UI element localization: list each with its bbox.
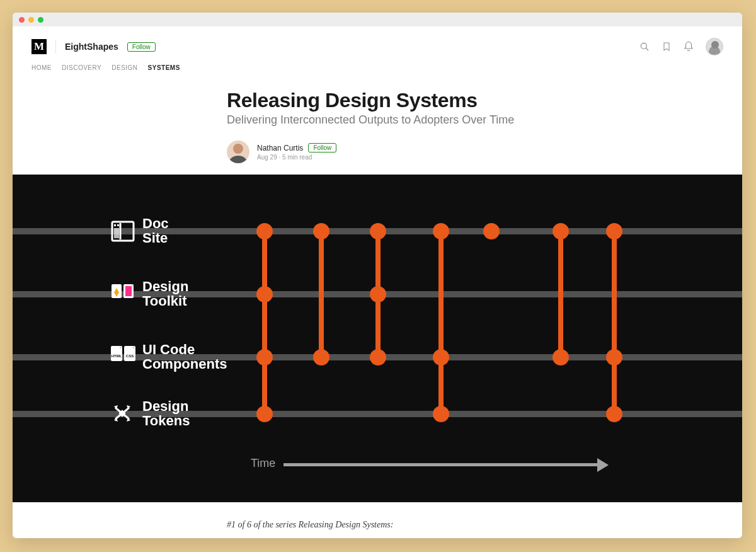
svg-rect-4 [114,224,116,226]
lane-icon: HTMLCSS [110,345,137,364]
lane-label: UI CodeComponents [142,342,227,371]
byline: Nathan Curtis Follow Aug 29 · 5 min read [227,141,643,163]
header-actions [639,38,723,55]
release-dot [553,349,569,365]
site-header: M EightShapes Follow [13,26,742,55]
time-axis-arrow [284,463,598,466]
nav-tab-design[interactable]: DESIGN [112,64,137,71]
publication-name[interactable]: EightShapes [65,42,118,52]
nav-tab-discovery[interactable]: DISCOVERY [62,64,101,71]
lane-icon [110,401,134,425]
svg-text:HTML: HTML [112,354,122,358]
follow-publication-button[interactable]: Follow [127,42,156,52]
lane-label: DocSite [142,216,169,245]
page-content: M EightShapes Follow HOMEDISCOVERYDESIGN… [13,26,742,538]
release-dot [606,349,622,365]
lane-icon [110,219,135,244]
release-dot [256,406,273,422]
nav-tab-home[interactable]: HOME [32,64,52,71]
article-subtitle: Delivering Interconnected Outputs to Ado… [227,113,643,127]
svg-point-0 [641,43,646,49]
svg-rect-10 [125,286,132,296]
release-dot [313,349,329,365]
release-dot [370,223,386,239]
release-dot [256,349,273,365]
release-connector [558,231,563,357]
lane-icon [110,282,135,304]
release-dot [256,223,273,239]
release-dot [433,406,449,422]
hero-diagram: DocSiteDesignToolkitHTMLCSSUI CodeCompon… [13,175,742,502]
window-maximize-button[interactable] [38,17,43,23]
release-dot [483,223,500,239]
search-icon[interactable] [639,41,650,52]
browser-window: M EightShapes Follow HOMEDISCOVERYDESIGN… [13,13,742,538]
release-dot [606,406,622,422]
svg-text:CSS: CSS [126,354,134,358]
release-connector [262,231,267,414]
lane-label: DesignTokens [142,399,190,428]
series-note: #1 of 6 of the series Releasing Design S… [227,520,742,530]
author-avatar[interactable] [227,141,249,163]
release-connector [319,231,324,357]
time-axis-label: Time [251,457,275,470]
nav-tab-systems[interactable]: SYSTEMS [148,64,180,71]
divider [55,40,56,54]
release-dot [313,223,329,239]
release-connector [612,231,617,414]
release-dot [433,223,449,239]
svg-line-1 [646,48,648,50]
user-avatar[interactable] [706,38,723,55]
publish-date: Aug 29 [257,154,277,161]
release-dot [370,286,386,302]
window-minimize-button[interactable] [28,17,34,23]
release-dot [256,286,273,302]
follow-author-button[interactable]: Follow [308,143,336,152]
read-time: 5 min read [282,154,312,161]
svg-rect-5 [117,224,119,226]
release-dot [606,223,622,239]
browser-titlebar [13,13,742,26]
notifications-icon[interactable] [683,41,694,52]
release-dot [433,349,449,365]
window-close-button[interactable] [19,17,25,23]
release-dot [370,349,386,365]
release-dot [553,223,569,239]
svg-rect-6 [114,228,119,238]
publish-meta: Aug 29 · 5 min read [257,154,336,161]
article: Releasing Design Systems Delivering Inte… [13,78,742,530]
publication-nav: HOMEDISCOVERYDESIGNSYSTEMS [13,55,742,78]
release-connector [438,231,444,414]
article-title: Releasing Design Systems [227,89,643,112]
author-name[interactable]: Nathan Curtis [257,144,303,152]
site-logo[interactable]: M [32,39,47,54]
bookmark-icon[interactable] [662,41,672,52]
lane-label: DesignToolkit [142,279,188,308]
